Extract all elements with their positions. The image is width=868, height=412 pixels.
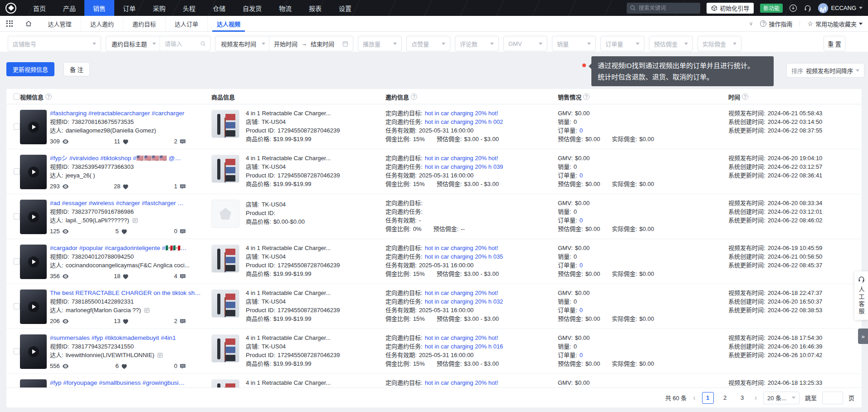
sort-select[interactable]: 排序 视频发布时间降序 xyxy=(786,63,864,78)
comments-filter-select[interactable]: 评论数 xyxy=(455,36,499,51)
operation-guide-link[interactable]: ? 操作指南 xyxy=(760,20,792,28)
product-thumbnail[interactable] xyxy=(211,155,239,183)
video-title-link[interactable]: #fastcharging #retractablecarcharger #ca… xyxy=(50,110,208,117)
reset-button[interactable]: 重 置 xyxy=(824,36,845,51)
top-nav-item-firstmile[interactable]: 头程 xyxy=(174,0,204,16)
video-thumbnail[interactable] xyxy=(20,155,47,189)
row-checkbox[interactable] xyxy=(14,168,20,175)
date-type-select[interactable]: 视频发布时间 xyxy=(215,36,269,51)
invite-target-link[interactable]: hot in car charging 20% hot! xyxy=(425,289,498,297)
select-all-checkbox[interactable] xyxy=(14,93,20,100)
product-title[interactable]: 4 in 1 Retractable Car Charger... xyxy=(246,334,382,342)
video-thumbnail[interactable] xyxy=(20,200,47,234)
top-nav-item-product[interactable]: 产品 xyxy=(54,0,84,16)
product-thumbnail[interactable] xyxy=(211,200,239,228)
tab-influencer-invitation[interactable]: 达人邀约 xyxy=(81,16,123,32)
note-button[interactable]: 备 注 xyxy=(63,62,90,76)
jump-to-input[interactable] xyxy=(822,392,843,404)
note-icon[interactable] xyxy=(132,218,138,223)
tab-influencer-videos[interactable]: 达人视频 xyxy=(207,16,249,32)
order-qty-link[interactable]: 0 xyxy=(580,307,583,314)
top-nav-item-warehouse[interactable]: 仓储 xyxy=(204,0,234,16)
row-checkbox[interactable] xyxy=(14,258,20,265)
date-range-picker[interactable]: 开始时间 → 结束时间 xyxy=(269,36,353,51)
video-title-link[interactable]: #cargador #popular #cargadorinteligente … xyxy=(50,245,208,252)
top-nav-item-selffulfill[interactable]: 自发货 xyxy=(234,0,270,16)
views-filter-select[interactable]: 播放量 xyxy=(358,36,402,51)
product-thumbnail[interactable] xyxy=(211,379,239,387)
video-title-link[interactable]: #fyp #foryoupage #smallbusiness #growing… xyxy=(50,379,208,387)
gmv-filter-select[interactable]: GMV xyxy=(503,36,547,51)
download-icon[interactable] xyxy=(789,4,797,12)
video-title-link[interactable]: #summersales #fyp #tiktokmademebuyit #4i… xyxy=(50,334,208,342)
product-thumbnail[interactable] xyxy=(211,110,239,138)
row-checkbox[interactable] xyxy=(14,213,20,220)
account-menu[interactable]: ECCANG xyxy=(818,3,863,13)
sales-filter-select[interactable]: 销量 xyxy=(552,36,596,51)
init-guide-button[interactable]: 初始化引导 xyxy=(707,3,754,14)
headset-icon[interactable] xyxy=(804,4,812,12)
product-title[interactable]: 4 in 1 Retractable Car Charger... xyxy=(246,245,382,252)
product-title[interactable]: 4 in 1 Retractable Car Charger... xyxy=(246,155,382,162)
info-icon[interactable]: ? xyxy=(411,93,417,100)
page-size-select[interactable]: 20 条... xyxy=(763,392,800,404)
next-page-button[interactable]: › xyxy=(754,394,758,402)
row-checkbox[interactable] xyxy=(14,123,20,130)
invite-target-link[interactable]: hot in car charging 20% hot! xyxy=(425,155,498,162)
search-input[interactable] xyxy=(627,3,700,14)
video-title-link[interactable]: #ad #essager #wireless #charger #fastcha… xyxy=(50,200,208,207)
invite-task-link[interactable]: hot in car charging 20% h 032 xyxy=(425,298,503,305)
shop-account-select[interactable]: 店铺账号 xyxy=(8,36,101,51)
brand-logo-icon[interactable] xyxy=(5,3,16,14)
invite-task-link[interactable]: hot in car charging 20% h 035 xyxy=(425,253,503,260)
likes-filter-select[interactable]: 点赞量 xyxy=(406,36,450,51)
video-thumbnail[interactable] xyxy=(20,110,47,144)
est-commission-filter-select[interactable]: 预估佣金 xyxy=(649,36,693,51)
top-nav-item-logistics[interactable]: 物流 xyxy=(270,0,300,16)
collapse-panel-button[interactable]: » xyxy=(858,329,868,344)
note-icon[interactable] xyxy=(157,353,163,358)
new-feature-button[interactable]: 新功能 xyxy=(760,4,783,13)
tab-influencer-orders[interactable]: 达人订单 xyxy=(165,16,207,32)
video-title-link[interactable]: #fypシ #viralvideo #tiktokshop #🇺🇸🇺🇸🇺🇸🇺🇸 … xyxy=(50,155,208,162)
order-qty-link[interactable]: 0 xyxy=(580,217,583,224)
product-thumbnail[interactable] xyxy=(211,334,239,363)
page-button-1[interactable]: 1 xyxy=(702,392,714,404)
apps-grid-icon[interactable] xyxy=(6,20,13,27)
prev-page-button[interactable]: ‹ xyxy=(692,394,696,402)
order-qty-link[interactable]: 0 xyxy=(580,262,583,269)
product-title[interactable]: 4 in 1 Retractable Car Charger... xyxy=(246,379,382,387)
tab-invitation-target[interactable]: 邀约目标 xyxy=(123,16,165,32)
actual-commission-filter-select[interactable]: 实际佣金 xyxy=(697,36,741,51)
info-icon[interactable]: ? xyxy=(742,93,748,100)
top-nav-item-reports[interactable]: 报表 xyxy=(300,0,330,16)
invite-task-link[interactable]: hot in car charging 20% h 016 xyxy=(425,343,503,350)
info-icon[interactable]: ? xyxy=(45,93,52,100)
customer-service-widget[interactable]: 人工客服 xyxy=(854,271,868,320)
info-icon[interactable]: ? xyxy=(583,93,590,100)
favorites-menu[interactable]: ☆ 常用功能收藏夹 xyxy=(807,20,863,28)
video-title-link[interactable]: The best RETRACTABLE CHARGER on the tikt… xyxy=(50,289,208,297)
video-thumbnail[interactable] xyxy=(20,245,47,279)
top-nav-item-orders[interactable]: 订单 xyxy=(114,0,144,16)
home-icon[interactable] xyxy=(25,20,32,27)
top-nav-item-sales[interactable]: 销售 xyxy=(84,0,114,16)
invite-target-link[interactable]: hot in car charging 20% hot! xyxy=(425,245,498,252)
product-thumbnail[interactable] xyxy=(211,289,239,318)
order-qty-link[interactable]: 0 xyxy=(580,352,583,359)
note-icon[interactable] xyxy=(144,308,150,313)
page-button-3[interactable]: 3 xyxy=(736,392,748,404)
invite-task-link[interactable]: hot in car charging 20% h 002 xyxy=(425,118,503,126)
invite-target-link[interactable]: hot in car charging 20% hot! xyxy=(425,334,498,342)
video-thumbnail[interactable] xyxy=(20,334,47,369)
top-nav-item-settings[interactable]: 设置 xyxy=(330,0,360,16)
product-thumbnail[interactable] xyxy=(211,245,239,273)
order-qty-link[interactable]: 0 xyxy=(580,172,583,179)
video-thumbnail[interactable] xyxy=(20,379,47,387)
invite-target-link[interactable]: hot in car charging 20% hot! xyxy=(425,379,498,387)
order-qty-link[interactable]: 0 xyxy=(580,127,583,134)
keyword-input[interactable] xyxy=(165,40,200,47)
row-checkbox[interactable] xyxy=(14,348,20,354)
invite-task-link[interactable]: hot in car charging 20% h 039 xyxy=(425,163,503,171)
page-button-2[interactable]: 2 xyxy=(719,392,731,404)
